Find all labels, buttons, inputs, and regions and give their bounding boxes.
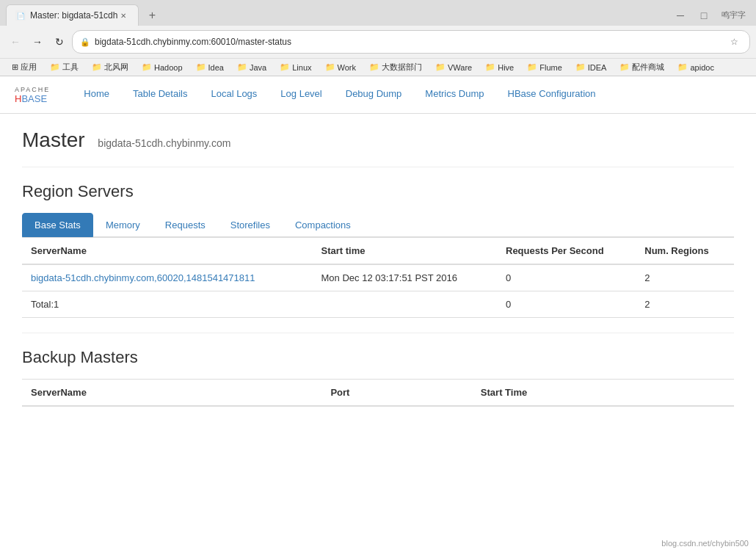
backup-masters-table: ServerName Port Start Time [22, 379, 734, 407]
backup-col-start-time: Start Time [472, 380, 734, 407]
total-regions-cell: 2 [636, 291, 734, 318]
col-requests-per-second: Requests Per Second [497, 238, 636, 265]
start-time-cell: Mon Dec 12 03:17:51 PST 2016 [313, 264, 497, 291]
svg-text:📄: 📄 [17, 12, 26, 21]
minimize-button[interactable]: ─ [670, 5, 691, 26]
bookmark-linux[interactable]: 📁 Linux [274, 61, 317, 73]
nav-hbase-config[interactable]: HBase Configuration [496, 76, 608, 113]
logo-apache-text: APACHE [15, 86, 50, 93]
total-row: Total:1 0 2 [22, 291, 734, 318]
bookmark-java[interactable]: 📁 Java [231, 61, 272, 73]
logo-base: BASE [21, 93, 47, 104]
hbase-content: Master bigdata-51cdh.chybinmy.com Region… [0, 114, 756, 421]
tab-requests[interactable]: Requests [153, 213, 218, 237]
folder-icon: 📁 [527, 62, 537, 72]
maximize-button[interactable]: □ [694, 5, 714, 26]
folder-icon: 📁 [50, 62, 60, 72]
back-button[interactable]: ← [6, 32, 25, 51]
bookmark-hive[interactable]: 📁 Hive [479, 61, 520, 73]
new-tab-button[interactable]: + [142, 5, 162, 26]
tab-title: Master: bigdata-51cdh [30, 10, 117, 21]
total-label-cell: Total:1 [22, 291, 313, 318]
folder-icon: 📁 [196, 62, 206, 72]
bookmark-bigdata-label: 大数据部门 [382, 62, 422, 73]
region-servers-tabs: Base Stats Memory Requests Storefiles Co… [22, 213, 734, 237]
bookmark-tools[interactable]: 📁 工具 [44, 60, 84, 74]
folder-icon: 📁 [369, 62, 379, 72]
bookmark-beifeng-label: 北风网 [104, 62, 128, 73]
bookmark-beifeng[interactable]: 📁 北风网 [86, 60, 134, 74]
bookmark-flume[interactable]: 📁 Flume [521, 61, 568, 73]
bookmark-flume-label: Flume [539, 63, 562, 72]
folder-icon: 📁 [575, 62, 586, 72]
bookmark-idea[interactable]: 📁 Idea [190, 61, 230, 73]
bookmark-hadoop[interactable]: 📁 Hadoop [136, 61, 189, 73]
folder-icon: 📁 [435, 62, 446, 72]
browser-tab[interactable]: 📄 Master: bigdata-51cdh ✕ [6, 4, 139, 26]
bookmark-bigdata[interactable]: 📁 大数据部门 [363, 60, 428, 74]
logo-container: APACHE HBASE [15, 86, 50, 104]
folder-icon: 📁 [92, 62, 102, 72]
logo-h: H [15, 93, 21, 104]
bookmark-vware[interactable]: 📁 VWare [429, 61, 478, 73]
bookmark-hive-label: Hive [498, 63, 514, 72]
bookmark-apps-label: 应用 [21, 62, 37, 73]
nav-local-logs[interactable]: Local Logs [199, 76, 269, 113]
bookmark-tools-label: 工具 [62, 62, 79, 73]
browser-navbar: ← → ↻ 🔒 bigdata-51cdh.chybinmy.com:60010… [0, 26, 756, 58]
region-servers-table: ServerName Start time Requests Per Secon… [22, 237, 734, 318]
folder-icon: 📁 [677, 62, 688, 72]
nav-log-level[interactable]: Log Level [269, 76, 333, 113]
folder-icon: 📁 [619, 62, 630, 72]
bookmark-idea2[interactable]: 📁 IDEA [570, 61, 613, 73]
master-title: Master [22, 128, 90, 151]
folder-icon: 📁 [485, 62, 495, 72]
col-start-time: Start time [313, 238, 497, 265]
bookmark-star-icon[interactable]: ☆ [726, 34, 742, 50]
address-bar[interactable]: 🔒 bigdata-51cdh.chybinmy.com:60010/maste… [72, 30, 750, 54]
folder-icon: 📁 [325, 62, 335, 72]
nav-table-details[interactable]: Table Details [121, 76, 199, 113]
forward-button[interactable]: → [28, 32, 47, 51]
hbase-logo: APACHE HBASE [15, 80, 50, 110]
bookmark-idea2-label: IDEA [588, 63, 607, 72]
backup-col-port: Port [321, 380, 471, 407]
bookmark-apidoc-label: apidoc [690, 63, 713, 72]
apps-grid-icon: ⊞ [12, 62, 18, 72]
bookmark-apps[interactable]: ⊞ 应用 [6, 60, 43, 74]
nav-home[interactable]: Home [72, 76, 121, 113]
bookmark-work-label: Work [338, 63, 356, 72]
tab-memory[interactable]: Memory [93, 213, 153, 237]
browser-titlebar: 📄 Master: bigdata-51cdh ✕ + ─ □ 鸣宇字 [0, 0, 756, 26]
bookmark-apidoc[interactable]: 📁 apidoc [672, 61, 719, 73]
lock-icon: 🔒 [80, 37, 90, 47]
url-display: bigdata-51cdh.chybinmy.com:60010/master-… [95, 37, 726, 47]
col-server-name: ServerName [22, 238, 313, 265]
tab-base-stats[interactable]: Base Stats [22, 213, 93, 237]
hbase-nav: Home Table Details Local Logs Log Level … [72, 76, 607, 113]
tab-close-button[interactable]: ✕ [117, 10, 129, 21]
col-num-regions: Num. Regions [636, 238, 734, 265]
folder-icon: 📁 [280, 62, 290, 72]
reload-button[interactable]: ↻ [50, 32, 69, 51]
bookmark-work[interactable]: 📁 Work [319, 61, 362, 73]
table-header-row: ServerName Start time Requests Per Secon… [22, 238, 734, 265]
server-name-link[interactable]: bigdata-51cdh.chybinmy.com,60020,1481541… [31, 272, 255, 283]
hbase-app: APACHE HBASE Home Table Details Local Lo… [0, 76, 756, 421]
bookmark-parts[interactable]: 📁 配件商城 [614, 60, 670, 74]
requests-per-second-cell: 0 [497, 264, 636, 291]
hbase-header: APACHE HBASE Home Table Details Local Lo… [0, 76, 756, 114]
nav-debug-dump[interactable]: Debug Dump [334, 76, 414, 113]
tab-favicon: 📄 [15, 10, 26, 21]
logo-hbase-text: HBASE [15, 93, 47, 104]
total-empty-cell [313, 291, 497, 318]
tab-compactions[interactable]: Compactions [283, 213, 363, 237]
divider-1 [22, 167, 734, 167]
master-title-section: Master bigdata-51cdh.chybinmy.com [22, 128, 734, 152]
bookmarks-bar: ⊞ 应用 📁 工具 📁 北风网 📁 Hadoop 📁 Idea 📁 Java 📁… [0, 58, 756, 76]
tab-storefiles[interactable]: Storefiles [218, 213, 283, 237]
region-servers-section: Region Servers Base Stats Memory Request… [22, 182, 734, 318]
bookmark-hadoop-label: Hadoop [154, 63, 183, 72]
bookmark-vware-label: VWare [448, 63, 472, 72]
nav-metrics-dump[interactable]: Metrics Dump [413, 76, 495, 113]
